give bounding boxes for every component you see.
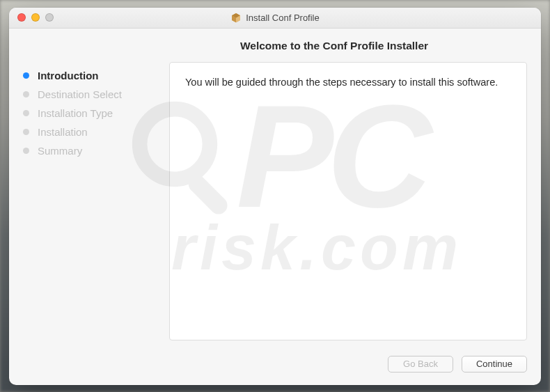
- intro-message: You will be guided through the steps nec…: [185, 75, 511, 90]
- window-title: Install Conf Profile: [246, 13, 320, 23]
- go-back-button[interactable]: Go Back: [388, 356, 453, 373]
- steps-sidebar: Introduction Destination Select Installa…: [9, 62, 169, 340]
- step-installation: Installation: [23, 123, 162, 141]
- step-destination-select: Destination Select: [23, 85, 162, 104]
- steps-list: Introduction Destination Select Installa…: [23, 66, 162, 160]
- step-label: Introduction: [38, 70, 98, 81]
- step-summary: Summary: [23, 141, 162, 160]
- step-installation-type: Installation Type: [23, 104, 162, 123]
- footer: Go Back Continue: [9, 349, 541, 385]
- installer-window: Install Conf Profile Welcome to the Conf…: [9, 8, 541, 385]
- step-label: Installation Type: [38, 107, 113, 119]
- step-bullet-icon: [23, 148, 29, 154]
- step-label: Destination Select: [38, 88, 122, 100]
- step-bullet-icon: [23, 72, 29, 79]
- step-label: Summary: [38, 145, 82, 157]
- content-panel: You will be guided through the steps nec…: [169, 62, 527, 340]
- page-title: Welcome to the Conf Profile Installer: [9, 40, 541, 52]
- step-bullet-icon: [23, 129, 29, 135]
- continue-button[interactable]: Continue: [462, 356, 527, 373]
- step-bullet-icon: [23, 110, 29, 116]
- titlebar: Install Conf Profile: [9, 8, 541, 29]
- zoom-window-button[interactable]: [45, 13, 54, 22]
- minimize-window-button[interactable]: [31, 13, 40, 22]
- window-controls: [17, 13, 54, 22]
- package-icon: [230, 12, 242, 23]
- close-window-button[interactable]: [17, 13, 26, 22]
- step-bullet-icon: [23, 91, 29, 97]
- step-introduction: Introduction: [23, 66, 162, 85]
- step-label: Installation: [38, 126, 88, 138]
